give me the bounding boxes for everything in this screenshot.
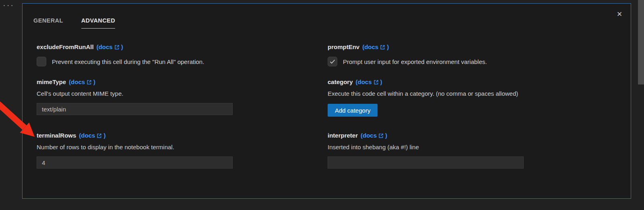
more-actions-button[interactable]: ···: [3, 1, 14, 9]
setting-description: Cell's output content MIME type.: [37, 90, 233, 97]
docs-link[interactable]: (docs ): [97, 43, 123, 50]
external-link-icon: [374, 80, 379, 85]
external-link-icon: [378, 133, 384, 138]
setting-promptenv: promptEnv (docs ) Prompt user input for …: [328, 43, 524, 66]
docs-link[interactable]: (docs ): [362, 43, 389, 50]
setting-description: Number of rows to display in the noteboo…: [37, 144, 233, 150]
editor-background: { "page": { "more_actions": "···" }, "di…: [0, 0, 644, 210]
external-link-icon: [114, 45, 120, 50]
close-button[interactable]: ✕: [615, 9, 624, 19]
setting-name: promptEnv: [328, 43, 359, 50]
setting-description: Execute this code cell within a category…: [328, 90, 524, 97]
scrollbar-thumb[interactable]: [638, 0, 644, 84]
add-category-button[interactable]: Add category: [328, 104, 378, 117]
setting-category: category (docs ) Execute this code cell …: [328, 78, 524, 117]
setting-interpreter: interpreter (docs ) Inserted into sheban…: [328, 132, 524, 169]
external-link-icon: [97, 133, 102, 138]
checkbox-label: Prevent executing this cell during the "…: [52, 58, 204, 65]
setting-terminalrows: terminalRows (docs ) Number of rows to d…: [37, 132, 233, 169]
promptenv-checkbox[interactable]: [328, 57, 337, 66]
tab-general[interactable]: GENERAL: [33, 17, 63, 29]
docs-link[interactable]: (docs ): [361, 132, 387, 139]
external-link-icon: [87, 80, 92, 85]
setting-mimetype: mimeType (docs ) Cell's output content M…: [37, 78, 233, 115]
setting-name: interpreter: [328, 132, 358, 139]
docs-link[interactable]: (docs ): [356, 78, 382, 85]
docs-link[interactable]: (docs ): [79, 132, 105, 139]
tab-bar: GENERAL ADVANCED: [33, 17, 115, 29]
docs-link[interactable]: (docs ): [69, 78, 95, 85]
setting-name: excludeFromRunAll: [37, 43, 94, 50]
tab-advanced[interactable]: ADVANCED: [81, 17, 115, 29]
setting-description: Inserted into shebang (aka #!) line: [328, 144, 524, 150]
setting-name: category: [328, 78, 353, 85]
setting-excludefromrunall: excludeFromRunAll (docs ) Prevent execut…: [37, 43, 233, 66]
setting-name: mimeType: [37, 78, 66, 85]
mimetype-input[interactable]: [37, 103, 233, 115]
checkbox-label: Prompt user input for exported environme…: [343, 58, 487, 65]
scrollbar-track[interactable]: [638, 0, 644, 210]
interpreter-input[interactable]: [328, 156, 524, 169]
cell-settings-dialog: ✕ GENERAL ADVANCED excludeFromRunAll (do…: [22, 3, 631, 199]
terminalrows-input[interactable]: [37, 156, 233, 169]
external-link-icon: [380, 45, 385, 50]
close-icon: ✕: [617, 10, 622, 19]
excludefromrunall-checkbox[interactable]: [37, 57, 46, 66]
checkmark-icon: [329, 58, 336, 65]
setting-name: terminalRows: [37, 132, 76, 139]
